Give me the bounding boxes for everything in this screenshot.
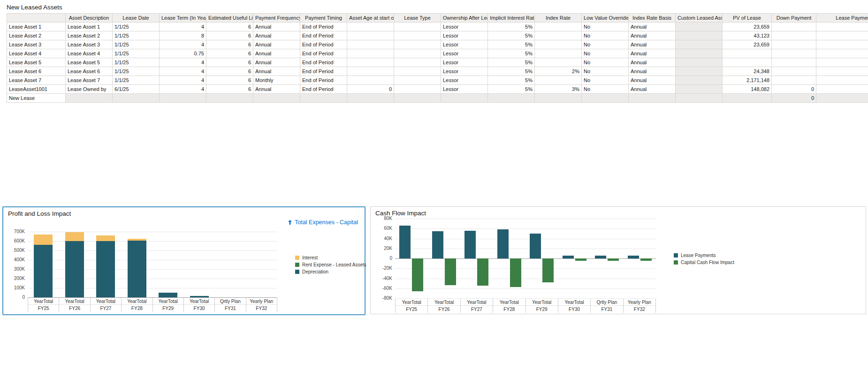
column-header[interactable]: Lease Date xyxy=(113,14,160,23)
grid-cell[interactable]: 5% xyxy=(488,23,535,31)
grid-cell[interactable]: 50,00 xyxy=(816,76,868,85)
row-header[interactable]: New Lease xyxy=(7,94,66,103)
grid-cell[interactable]: 5% xyxy=(488,58,535,67)
grid-cell[interactable]: No xyxy=(582,67,629,76)
grid-cell[interactable]: 4 xyxy=(160,23,206,31)
grid-cell[interactable] xyxy=(394,58,441,67)
column-header[interactable]: Payment Frequency xyxy=(253,14,300,23)
grid-cell[interactable]: Lessor xyxy=(441,23,488,31)
grid-cell[interactable]: 6,67 xyxy=(816,23,868,31)
grid-cell[interactable]: Annual xyxy=(253,49,300,58)
grid-cell[interactable]: No xyxy=(582,49,629,58)
grid-cell[interactable] xyxy=(772,31,816,40)
grid-cell[interactable]: 55 xyxy=(816,49,868,58)
column-header[interactable]: Lease Term (In Years) xyxy=(160,14,206,23)
grid-cell[interactable] xyxy=(535,49,582,58)
grid-cell[interactable] xyxy=(394,67,441,76)
grid-cell[interactable]: 1/1/25 xyxy=(113,58,160,67)
grid-cell[interactable] xyxy=(347,58,394,67)
grid-cell[interactable]: 0.75 xyxy=(160,49,206,58)
grid-cell[interactable] xyxy=(394,49,441,58)
grid-cell[interactable] xyxy=(535,23,582,31)
grid-cell[interactable]: 6,67 xyxy=(816,31,868,40)
grid-cell[interactable]: 4 xyxy=(160,58,206,67)
grid-cell[interactable]: Annual xyxy=(253,67,300,76)
pnl-chart-panel[interactable]: Profit and Loss Impact Total Expenses - … xyxy=(2,206,365,315)
grid-cell[interactable]: 6/1/25 xyxy=(113,85,160,94)
grid-cell[interactable]: 8 xyxy=(160,31,206,40)
column-header[interactable]: Lease Type xyxy=(394,14,441,23)
grid-cell[interactable] xyxy=(535,76,582,85)
grid-cell[interactable] xyxy=(394,76,441,85)
grid-cell[interactable]: Annual xyxy=(253,40,300,49)
grid-cell[interactable]: No xyxy=(582,40,629,49)
row-header[interactable]: Lease Asset 5 xyxy=(7,58,66,67)
column-header[interactable]: Estimated Useful Life (Years) xyxy=(206,14,253,23)
grid-cell[interactable]: 148,082 xyxy=(723,85,772,94)
grid-cell[interactable] xyxy=(347,40,394,49)
grid-cell[interactable] xyxy=(347,49,394,58)
grid-cell[interactable]: 1/1/25 xyxy=(113,23,160,31)
grid-cell[interactable]: 4 xyxy=(160,85,206,94)
grid-cell[interactable]: Annual xyxy=(629,58,676,67)
grid-cell[interactable]: 1/1/25 xyxy=(113,31,160,40)
grid-cell[interactable]: 5% xyxy=(488,85,535,94)
column-header[interactable]: Ownership After Lease Term xyxy=(441,14,488,23)
grid-cell[interactable]: Lease Asset 3 xyxy=(66,40,113,49)
grid-cell[interactable]: 6 xyxy=(206,49,253,58)
grid-cell[interactable]: 5% xyxy=(488,67,535,76)
grid-cell[interactable] xyxy=(772,49,816,58)
grid-cell[interactable]: Lease Owned by xyxy=(66,85,113,94)
grid-cell[interactable]: 6 xyxy=(206,31,253,40)
column-header[interactable]: Asset Age at start of lease (years) xyxy=(347,14,394,23)
grid-cell[interactable] xyxy=(772,76,816,85)
grid-cell[interactable]: Lease Asset 7 xyxy=(66,76,113,85)
grid-cell[interactable]: 6 xyxy=(206,23,253,31)
grid-cell[interactable]: End of Period xyxy=(300,58,347,67)
grid-cell[interactable]: Lessor xyxy=(441,58,488,67)
grid-cell[interactable]: Annual xyxy=(629,31,676,40)
grid-cell[interactable]: No xyxy=(582,76,629,85)
grid-cell[interactable]: End of Period xyxy=(300,67,347,76)
grid-cell[interactable]: End of Period xyxy=(300,49,347,58)
column-header[interactable]: Implicit Interest Rate xyxy=(488,14,535,23)
grid-cell[interactable]: 5% xyxy=(488,76,535,85)
grid-cell[interactable]: Annual xyxy=(629,85,676,94)
grid-cell[interactable]: 2,171,148 xyxy=(723,76,772,85)
grid-cell[interactable]: Lease Asset 4 xyxy=(66,49,113,58)
grid-cell[interactable]: Annual xyxy=(629,76,676,85)
column-header[interactable]: Asset Description xyxy=(66,14,113,23)
grid-cell[interactable]: End of Period xyxy=(300,40,347,49)
grid-cell[interactable] xyxy=(394,31,441,40)
grid-cell[interactable]: Lessor xyxy=(441,67,488,76)
grid-cell[interactable]: 6,67 xyxy=(816,40,868,49)
row-header[interactable]: Lease Asset 3 xyxy=(7,40,66,49)
grid-cell[interactable]: 6,67 xyxy=(816,67,868,76)
column-header[interactable]: PV of Lease xyxy=(723,14,772,23)
grid-cell[interactable] xyxy=(772,58,816,67)
grid-cell[interactable] xyxy=(347,67,394,76)
grid-cell[interactable]: 6 xyxy=(206,76,253,85)
cashflow-chart-panel[interactable]: Cash Flow Impact -80K-60K-40K-20K020K40K… xyxy=(370,206,866,314)
grid-cell[interactable]: No xyxy=(582,31,629,40)
grid-cell[interactable]: 1/1/25 xyxy=(113,67,160,76)
row-header[interactable]: LeaseAsset1001 xyxy=(7,85,66,94)
grid-cell[interactable] xyxy=(535,58,582,67)
grid-cell[interactable]: No xyxy=(582,23,629,31)
grid-cell[interactable]: Lease Asset 5 xyxy=(66,58,113,67)
grid-cell[interactable]: Monthly xyxy=(253,76,300,85)
grid-cell[interactable]: 43,123 xyxy=(723,31,772,40)
grid-cell[interactable]: 6 xyxy=(206,40,253,49)
grid-cell[interactable]: End of Period xyxy=(300,76,347,85)
grid-cell[interactable]: Annual xyxy=(253,23,300,31)
grid-cell[interactable]: 5% xyxy=(488,49,535,58)
column-header[interactable]: Index Rate xyxy=(535,14,582,23)
grid-cell[interactable]: 0 xyxy=(347,85,394,94)
grid-cell[interactable]: Annual xyxy=(629,23,676,31)
row-header[interactable]: Lease Asset 4 xyxy=(7,49,66,58)
column-header[interactable]: Low Value Override xyxy=(582,14,629,23)
row-header[interactable]: Lease Asset 7 xyxy=(7,76,66,85)
grid-cell[interactable]: No xyxy=(582,85,629,94)
grid-cell[interactable]: No xyxy=(582,58,629,67)
grid-cell[interactable]: 1/1/25 xyxy=(113,49,160,58)
